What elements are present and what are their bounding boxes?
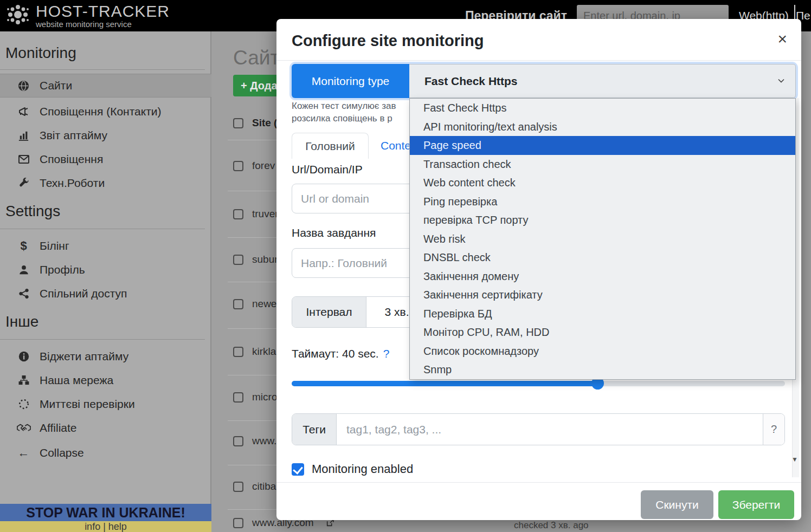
dropdown-option[interactable]: API monitoring/text analysis bbox=[410, 118, 795, 137]
url-label: Url/Domain/IP bbox=[292, 163, 363, 176]
site-row[interactable]: newe bbox=[233, 298, 276, 310]
host-tracker-logo-icon bbox=[5, 2, 30, 29]
close-icon[interactable]: × bbox=[777, 31, 787, 47]
row-checkbox[interactable] bbox=[233, 209, 243, 219]
monitoring-enabled-checkbox[interactable] bbox=[292, 463, 304, 476]
site-row[interactable]: kirkla bbox=[233, 346, 276, 358]
arrow-left-icon: ← bbox=[16, 447, 31, 459]
site-name: truver bbox=[252, 208, 279, 220]
site-row[interactable]: subur bbox=[233, 254, 278, 265]
logo[interactable]: HOST-TRACKER website monitoring service bbox=[5, 2, 170, 29]
sidebar-item-collapse[interactable]: ← Collapse bbox=[0, 441, 211, 465]
save-button[interactable]: Зберегти bbox=[718, 490, 794, 519]
reset-button[interactable]: Скинути bbox=[641, 490, 713, 519]
megaphone-icon bbox=[16, 105, 31, 118]
user-icon bbox=[16, 264, 31, 276]
sidebar-item-affiliate[interactable]: Affiliate bbox=[0, 416, 211, 440]
site-row[interactable]: forev bbox=[233, 160, 275, 172]
site-row[interactable]: truver bbox=[233, 208, 279, 220]
row-checkbox[interactable] bbox=[233, 518, 243, 528]
dropdown-option[interactable]: Transaction check bbox=[410, 155, 795, 174]
sidebar-item-label: Віджети аптайму bbox=[40, 350, 128, 363]
dropdown-option[interactable]: Список роскомнадзору bbox=[410, 342, 795, 361]
tags-input[interactable] bbox=[337, 414, 763, 445]
row-checkbox[interactable] bbox=[233, 347, 243, 357]
monitoring-type-value: Fast Check Https bbox=[424, 75, 518, 88]
dropdown-option[interactable]: Перевірка БД bbox=[410, 304, 795, 323]
banner-info-help-links[interactable]: info | help bbox=[0, 521, 211, 532]
sidebar-item-maintenance[interactable]: Техн.Роботи bbox=[0, 171, 211, 195]
sidebar-item-sites[interactable]: Сайти bbox=[0, 74, 211, 98]
monitoring-type-select[interactable]: Fast Check Https bbox=[409, 64, 796, 98]
network-icon bbox=[16, 374, 31, 386]
tab-main[interactable]: Головний bbox=[292, 133, 369, 159]
row-checkbox[interactable] bbox=[233, 255, 243, 265]
monitoring-type-label: Monitoring type bbox=[292, 64, 409, 98]
monitoring-type-dropdown: Fast Check Https API monitoring/text ana… bbox=[409, 98, 796, 380]
test-hint-text: Кожен тест симулює зав розсилка сповіщен… bbox=[292, 100, 396, 125]
site-row[interactable]: micro bbox=[233, 391, 277, 403]
sidebar-item-uptime-report[interactable]: Звіт аптайму bbox=[0, 124, 211, 147]
monitoring-type-group: Monitoring type Fast Check Https bbox=[292, 64, 796, 98]
spinner-dots-icon bbox=[16, 398, 31, 410]
row-separator bbox=[228, 465, 276, 465]
dropdown-option[interactable]: Закінчення сертифікату bbox=[410, 286, 795, 304]
row-checkbox[interactable] bbox=[233, 161, 243, 171]
tags-help-icon[interactable]: ? bbox=[763, 414, 784, 445]
row-separator bbox=[228, 375, 276, 375]
sidebar-section-other: Інше bbox=[5, 313, 38, 330]
sidebar-item-label: Наша мережа bbox=[40, 374, 113, 387]
sidebar-item-profile[interactable]: Профіль bbox=[0, 258, 211, 282]
dollar-icon: $ bbox=[16, 240, 31, 252]
configure-monitoring-dialog: Configure site monitoring × Monitoring t… bbox=[276, 19, 801, 520]
dropdown-option[interactable]: DNSBL check bbox=[410, 248, 795, 267]
interval-label: Інтервал bbox=[292, 297, 366, 327]
stop-war-banner: STOP WAR IN UKRAINE! bbox=[0, 504, 211, 521]
timeout-slider[interactable] bbox=[292, 381, 785, 386]
sidebar-item-alerts-contacts[interactable]: Сповіщення (Контакти) bbox=[0, 100, 211, 124]
sidebar-item-label: Сповіщення (Контакти) bbox=[40, 105, 162, 118]
dropdown-option[interactable]: Ping перевірка bbox=[410, 192, 795, 211]
sidebar-item-billing[interactable]: $ Білінг bbox=[0, 234, 211, 258]
sidebar-item-label: Сповіщення bbox=[40, 153, 103, 166]
row-checkbox[interactable] bbox=[233, 436, 243, 446]
row-checkbox[interactable] bbox=[233, 392, 243, 403]
site-row[interactable]: www. bbox=[233, 435, 276, 447]
dropdown-option[interactable]: Fast Check Https bbox=[410, 99, 795, 118]
row-separator bbox=[228, 328, 276, 329]
dropdown-option[interactable]: Монітор CPU, RAM, HDD bbox=[410, 323, 795, 342]
sidebar-item-our-network[interactable]: Наша мережа bbox=[0, 368, 211, 392]
site-name: subur bbox=[252, 254, 278, 265]
globe-icon bbox=[16, 80, 31, 92]
site-row[interactable]: citiba bbox=[233, 481, 276, 492]
dropdown-option[interactable]: Закінчення домену bbox=[410, 267, 795, 286]
row-checkbox[interactable] bbox=[233, 299, 243, 309]
slider-fill bbox=[292, 381, 597, 386]
dropdown-option[interactable]: Web risk bbox=[410, 230, 795, 249]
sidebar-item-label: Affiliate bbox=[40, 421, 77, 434]
scroll-down-icon[interactable]: ▼ bbox=[791, 456, 798, 463]
dropdown-option[interactable]: Snmp bbox=[410, 360, 795, 379]
column-header-site: Site ( bbox=[252, 117, 277, 129]
sidebar-item-notifications[interactable]: Сповіщення bbox=[0, 147, 211, 171]
row-separator bbox=[228, 140, 276, 140]
dropdown-option[interactable]: перевірка TCP порту bbox=[410, 211, 795, 230]
checked-ago-text: checked 3 хв. ago bbox=[514, 520, 589, 531]
sidebar-item-instant-checks[interactable]: Миттєві перевірки bbox=[0, 392, 211, 416]
tab-content[interactable]: Conte bbox=[381, 139, 411, 152]
sidebar-item-uptime-widgets[interactable]: Віджети аптайму bbox=[0, 345, 211, 368]
dropdown-option-selected[interactable]: Page speed bbox=[410, 136, 795, 155]
site-name: kirkla bbox=[252, 346, 276, 358]
monitoring-enabled-row: Monitoring enabled bbox=[292, 462, 413, 476]
tags-group: Теги ? bbox=[292, 413, 785, 445]
dropdown-option[interactable]: Web content check bbox=[410, 173, 795, 192]
monitoring-enabled-label: Monitoring enabled bbox=[312, 462, 413, 476]
row-separator bbox=[228, 191, 276, 191]
timeout-help-icon[interactable]: ? bbox=[383, 347, 390, 360]
sidebar-section-monitoring: Monitoring bbox=[5, 44, 76, 62]
site-name: citiba bbox=[252, 481, 276, 492]
select-all-checkbox[interactable] bbox=[233, 118, 243, 128]
sidebar-item-shared-access[interactable]: Спільний доступ bbox=[0, 282, 211, 306]
row-separator bbox=[228, 420, 276, 421]
row-checkbox[interactable] bbox=[233, 482, 243, 492]
